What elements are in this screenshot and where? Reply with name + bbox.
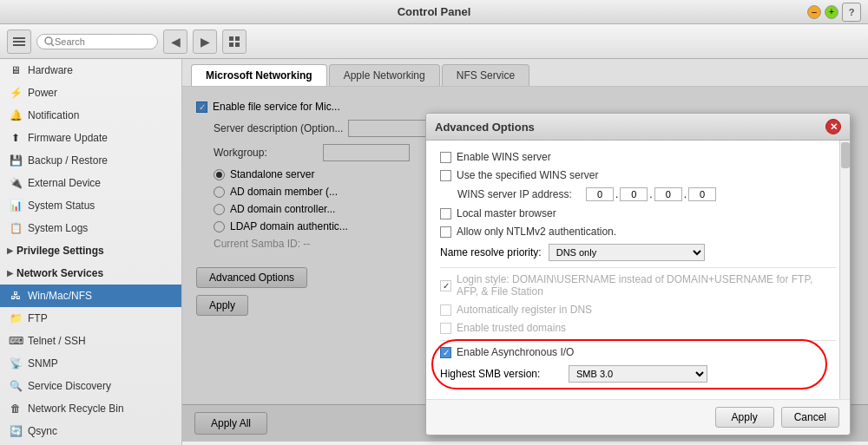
search-box xyxy=(36,34,158,49)
snmp-icon: 📡 xyxy=(9,357,23,370)
telnet-icon: ⌨ xyxy=(9,334,23,348)
sidebar-item-power[interactable]: ⚡ Power xyxy=(0,82,181,104)
tab-nfs-service[interactable]: NFS Service xyxy=(442,64,529,86)
sidebar-item-external-device[interactable]: 🔌 External Device xyxy=(0,172,181,194)
highest-smb-select[interactable]: SMB 1.0 SMB 2.0 SMB 2.1 SMB 3.0 xyxy=(569,365,707,383)
enable-wins-row: Enable WINS server xyxy=(440,151,836,163)
svg-point-3 xyxy=(45,37,52,44)
sidebar-item-qsync[interactable]: 🔄 Qsync xyxy=(0,420,181,442)
sidebar-item-system-status[interactable]: 📊 System Status xyxy=(0,194,181,217)
grid-view-button[interactable] xyxy=(222,29,247,54)
name-resolve-label: Name resolve priority: xyxy=(440,246,542,258)
sidebar-item-telnet-ssh[interactable]: ⌨ Telnet / SSH xyxy=(0,330,181,352)
menu-icon xyxy=(13,36,25,48)
wins-ip-d[interactable] xyxy=(688,187,716,201)
toolbar: ◀ ▶ xyxy=(0,24,868,59)
divider-1 xyxy=(440,267,836,268)
hardware-icon: 🖥 xyxy=(9,63,23,77)
ntlmv2-label: Allow only NTLMv2 authentication. xyxy=(457,226,616,238)
search-input[interactable] xyxy=(55,36,141,47)
local-master-browser-row: Local master browser xyxy=(440,207,836,219)
section-triangle-network: ▶ xyxy=(7,269,13,278)
firmware-icon: ⬆ xyxy=(9,131,23,145)
modal-apply-button[interactable]: Apply xyxy=(715,407,774,428)
use-specified-wins-checkbox[interactable] xyxy=(440,170,451,181)
local-master-browser-checkbox[interactable] xyxy=(440,208,451,219)
svg-rect-0 xyxy=(13,37,25,39)
wins-ip-label: WINS server IP address: xyxy=(457,188,579,200)
login-style-label: Login style: DOMAIN\USERNAME instead of … xyxy=(457,273,836,298)
ftp-icon: 📁 xyxy=(9,311,23,325)
modal-overlay: Advanced Options ✕ Enable WINS server xyxy=(182,87,868,442)
modal-scrollbar[interactable] xyxy=(839,141,850,399)
forward-button[interactable]: ▶ xyxy=(193,29,217,54)
maximize-button[interactable]: + xyxy=(825,5,838,19)
grid-icon xyxy=(228,36,240,48)
sidebar-item-service-discovery[interactable]: 🔍 Service Discovery xyxy=(0,375,181,397)
system-logs-icon: 📋 xyxy=(9,221,23,235)
trusted-domains-checkbox[interactable] xyxy=(440,323,451,334)
local-master-browser-label: Local master browser xyxy=(457,207,556,219)
async-io-checkbox[interactable] xyxy=(440,347,451,358)
highest-smb-row: Highest SMB version: SMB 1.0 SMB 2.0 SMB… xyxy=(440,365,836,383)
svg-rect-6 xyxy=(235,36,240,41)
minimize-button[interactable]: – xyxy=(807,5,821,19)
wins-ip-a[interactable] xyxy=(586,187,614,201)
tab-apple-networking[interactable]: Apple Networking xyxy=(329,64,440,86)
name-resolve-select[interactable]: DNS only WINS first Local broadcast firs… xyxy=(549,244,705,261)
svg-rect-8 xyxy=(235,43,240,47)
enable-wins-label: Enable WINS server xyxy=(457,151,551,163)
sidebar-label-network-recycle: Network Recycle Bin xyxy=(28,402,124,415)
advanced-options-modal: Advanced Options ✕ Enable WINS server xyxy=(425,113,851,435)
sidebar-item-backup[interactable]: 💾 Backup / Restore xyxy=(0,149,181,172)
modal-close-button[interactable]: ✕ xyxy=(825,119,841,134)
login-style-checkbox[interactable] xyxy=(440,280,451,291)
sidebar-label-telnet: Telnet / SSH xyxy=(28,335,86,347)
menu-icon-button[interactable] xyxy=(7,29,31,54)
login-style-row: Login style: DOMAIN\USERNAME instead of … xyxy=(440,273,836,298)
win-mac-nfs-icon: 🖧 xyxy=(9,289,23,303)
modal-cancel-button[interactable]: Cancel xyxy=(781,407,839,428)
search-icon xyxy=(44,36,55,47)
svg-line-4 xyxy=(51,43,54,46)
sidebar-item-snmp[interactable]: 📡 SNMP xyxy=(0,352,181,375)
sidebar-item-hardware[interactable]: 🖥 Hardware xyxy=(0,59,181,82)
window-title: Control Panel xyxy=(398,5,471,18)
tab-microsoft-networking[interactable]: Microsoft Networking xyxy=(191,64,327,86)
external-device-icon: 🔌 xyxy=(9,176,23,190)
notification-icon: 🔔 xyxy=(9,108,23,122)
modal-title: Advanced Options xyxy=(435,121,535,134)
sidebar-label-firmware: Firmware Update xyxy=(28,132,108,144)
ntlmv2-checkbox[interactable] xyxy=(440,226,451,238)
sidebar-item-network-recycle[interactable]: 🗑 Network Recycle Bin xyxy=(0,397,181,420)
wins-ip-b[interactable] xyxy=(620,187,648,201)
sidebar-label-backup: Backup / Restore xyxy=(28,154,108,167)
enable-wins-checkbox[interactable] xyxy=(440,152,451,163)
highest-smb-label: Highest SMB version: xyxy=(440,368,562,380)
trusted-domains-label: Enable trusted domains xyxy=(457,322,566,334)
wins-ip-c[interactable] xyxy=(654,187,682,201)
svg-rect-7 xyxy=(229,43,233,47)
wins-ip-inputs: . . . xyxy=(586,187,716,201)
content-area: Microsoft Networking Apple Networking NF… xyxy=(182,59,868,445)
sidebar-label-notification: Notification xyxy=(28,109,79,121)
section-privilege-settings[interactable]: ▶ Privilege Settings xyxy=(0,239,181,262)
use-specified-wins-row: Use the specified WINS server xyxy=(440,169,836,181)
sidebar-item-system-logs[interactable]: 📋 System Logs xyxy=(0,217,181,239)
sidebar-item-firmware[interactable]: ⬆ Firmware Update xyxy=(0,127,181,149)
sidebar-item-notification[interactable]: 🔔 Notification xyxy=(0,104,181,127)
sidebar-item-ftp[interactable]: 📁 FTP xyxy=(0,307,181,330)
help-button[interactable]: ? xyxy=(842,3,861,22)
back-button[interactable]: ◀ xyxy=(163,29,187,54)
sidebar-label-hardware: Hardware xyxy=(28,64,73,76)
sidebar-item-win-mac-nfs[interactable]: 🖧 Win/Mac/NFS xyxy=(0,285,181,307)
svg-rect-5 xyxy=(229,36,233,41)
backup-icon: 💾 xyxy=(9,154,23,167)
section-label-network: Network Services xyxy=(16,267,103,279)
modal-body: Enable WINS server Use the specified WIN… xyxy=(426,141,850,399)
power-icon: ⚡ xyxy=(9,86,23,100)
section-network-services[interactable]: ▶ Network Services xyxy=(0,262,181,285)
auto-register-dns-checkbox[interactable] xyxy=(440,304,451,316)
section-triangle-privilege: ▶ xyxy=(7,246,13,255)
highlighted-section: Enable Asynchronous I/O Highest SMB vers… xyxy=(440,346,836,383)
